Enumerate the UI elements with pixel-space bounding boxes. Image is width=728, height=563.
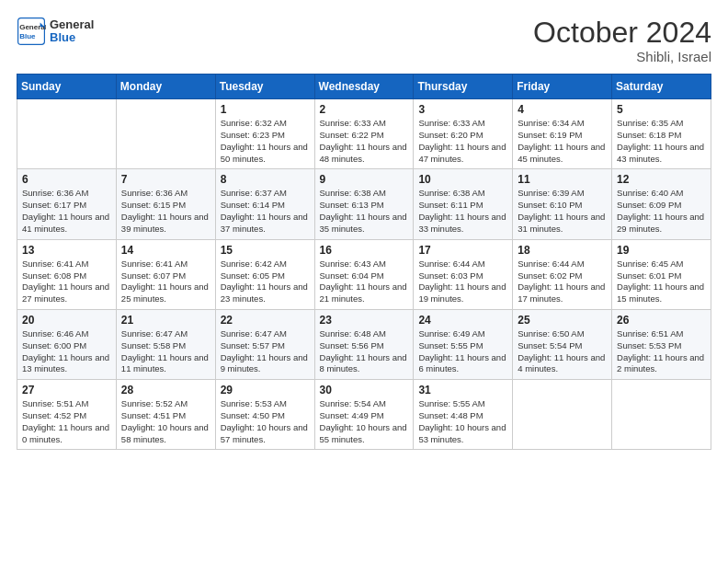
calendar-cell-w3-d4: 16Sunrise: 6:43 AM Sunset: 6:04 PM Dayli… [314, 239, 414, 309]
day-info-15: Sunrise: 6:42 AM Sunset: 6:05 PM Dayligh… [221, 259, 310, 305]
day-info-22: Sunrise: 6:47 AM Sunset: 5:57 PM Dayligh… [221, 328, 310, 375]
day-info-7: Sunrise: 6:36 AM Sunset: 6:15 PM Dayligh… [121, 188, 210, 235]
day-number-3: 3 [418, 103, 507, 116]
day-info-29: Sunrise: 5:53 AM Sunset: 4:50 PM Dayligh… [221, 398, 310, 445]
calendar-cell-w3-d3: 15Sunrise: 6:42 AM Sunset: 6:05 PM Dayli… [215, 239, 314, 309]
logo: General Blue General Blue [17, 17, 94, 46]
title-block: October 2024 Shibli, Israel [533, 17, 711, 64]
day-number-12: 12 [617, 173, 706, 186]
day-number-27: 27 [22, 384, 111, 396]
day-number-5: 5 [617, 103, 706, 116]
col-thursday: Thursday [414, 75, 513, 99]
day-number-13: 13 [22, 244, 111, 257]
calendar-cell-w4-d4: 23Sunrise: 6:48 AM Sunset: 5:56 PM Dayli… [314, 309, 414, 379]
day-info-17: Sunrise: 6:44 AM Sunset: 6:03 PM Dayligh… [418, 259, 507, 305]
day-info-16: Sunrise: 6:43 AM Sunset: 6:04 PM Dayligh… [320, 259, 409, 305]
calendar-cell-w2-d7: 12Sunrise: 6:40 AM Sunset: 6:09 PM Dayli… [612, 169, 711, 239]
day-info-2: Sunrise: 6:33 AM Sunset: 6:22 PM Dayligh… [320, 118, 409, 165]
calendar-cell-w1-d1 [17, 99, 117, 169]
col-friday: Friday [513, 75, 612, 99]
calendar-header-row: Sunday Monday Tuesday Wednesday Thursday… [17, 75, 711, 99]
calendar-cell-w2-d2: 7Sunrise: 6:36 AM Sunset: 6:15 PM Daylig… [116, 169, 215, 239]
day-info-18: Sunrise: 6:44 AM Sunset: 6:02 PM Dayligh… [518, 259, 607, 305]
day-number-1: 1 [221, 103, 310, 116]
day-number-31: 31 [418, 384, 507, 396]
day-number-24: 24 [418, 314, 507, 327]
day-info-31: Sunrise: 5:55 AM Sunset: 4:48 PM Dayligh… [418, 398, 507, 445]
col-saturday: Saturday [612, 75, 711, 99]
day-info-10: Sunrise: 6:38 AM Sunset: 6:11 PM Dayligh… [418, 188, 507, 235]
col-sunday: Sunday [17, 75, 117, 99]
day-info-26: Sunrise: 6:51 AM Sunset: 5:53 PM Dayligh… [617, 328, 706, 375]
day-number-14: 14 [121, 244, 210, 257]
calendar-cell-w3-d6: 18Sunrise: 6:44 AM Sunset: 6:02 PM Dayli… [513, 239, 612, 309]
calendar-cell-w2-d1: 6Sunrise: 6:36 AM Sunset: 6:17 PM Daylig… [17, 169, 117, 239]
day-number-29: 29 [221, 384, 310, 396]
day-number-7: 7 [121, 173, 210, 186]
day-info-9: Sunrise: 6:38 AM Sunset: 6:13 PM Dayligh… [320, 188, 409, 235]
day-number-26: 26 [617, 314, 706, 327]
calendar-cell-w2-d4: 9Sunrise: 6:38 AM Sunset: 6:13 PM Daylig… [314, 169, 414, 239]
day-info-6: Sunrise: 6:36 AM Sunset: 6:17 PM Dayligh… [22, 188, 111, 235]
calendar-cell-w3-d7: 19Sunrise: 6:45 AM Sunset: 6:01 PM Dayli… [612, 239, 711, 309]
calendar-cell-w2-d3: 8Sunrise: 6:37 AM Sunset: 6:14 PM Daylig… [215, 169, 314, 239]
header: General Blue General Blue October 2024 S… [17, 17, 711, 64]
day-number-6: 6 [22, 173, 111, 186]
day-number-22: 22 [221, 314, 310, 327]
logo-blue-text: Blue [50, 31, 94, 44]
calendar-cell-w2-d5: 10Sunrise: 6:38 AM Sunset: 6:11 PM Dayli… [414, 169, 513, 239]
day-info-23: Sunrise: 6:48 AM Sunset: 5:56 PM Dayligh… [320, 328, 409, 375]
day-info-28: Sunrise: 5:52 AM Sunset: 4:51 PM Dayligh… [121, 398, 210, 445]
day-info-12: Sunrise: 6:40 AM Sunset: 6:09 PM Dayligh… [617, 188, 706, 235]
calendar-cell-w5-d6 [513, 380, 612, 450]
day-number-8: 8 [221, 173, 310, 186]
calendar-cell-w4-d7: 26Sunrise: 6:51 AM Sunset: 5:53 PM Dayli… [612, 309, 711, 379]
day-info-1: Sunrise: 6:32 AM Sunset: 6:23 PM Dayligh… [221, 118, 310, 165]
day-number-4: 4 [518, 103, 607, 116]
calendar-cell-w4-d1: 20Sunrise: 6:46 AM Sunset: 6:00 PM Dayli… [17, 309, 117, 379]
calendar-cell-w1-d4: 2Sunrise: 6:33 AM Sunset: 6:22 PM Daylig… [314, 99, 414, 169]
calendar-cell-w4-d3: 22Sunrise: 6:47 AM Sunset: 5:57 PM Dayli… [215, 309, 314, 379]
calendar-cell-w3-d1: 13Sunrise: 6:41 AM Sunset: 6:08 PM Dayli… [17, 239, 117, 309]
day-info-25: Sunrise: 6:50 AM Sunset: 5:54 PM Dayligh… [518, 328, 607, 375]
calendar-week-5: 27Sunrise: 5:51 AM Sunset: 4:52 PM Dayli… [17, 380, 711, 450]
day-number-11: 11 [518, 173, 607, 186]
day-number-16: 16 [320, 244, 409, 257]
day-number-23: 23 [320, 314, 409, 327]
logo-icon: General Blue [17, 17, 46, 46]
svg-text:Blue: Blue [19, 32, 36, 40]
calendar-cell-w3-d2: 14Sunrise: 6:41 AM Sunset: 6:07 PM Dayli… [116, 239, 215, 309]
day-number-19: 19 [617, 244, 706, 257]
day-number-10: 10 [418, 173, 507, 186]
page: General Blue General Blue October 2024 S… [0, 0, 728, 563]
col-monday: Monday [116, 75, 215, 99]
calendar-cell-w1-d6: 4Sunrise: 6:34 AM Sunset: 6:19 PM Daylig… [513, 99, 612, 169]
day-info-5: Sunrise: 6:35 AM Sunset: 6:18 PM Dayligh… [617, 118, 706, 165]
calendar-week-2: 6Sunrise: 6:36 AM Sunset: 6:17 PM Daylig… [17, 169, 711, 239]
day-info-3: Sunrise: 6:33 AM Sunset: 6:20 PM Dayligh… [418, 118, 507, 165]
day-info-11: Sunrise: 6:39 AM Sunset: 6:10 PM Dayligh… [518, 188, 607, 235]
day-number-9: 9 [320, 173, 409, 186]
day-info-14: Sunrise: 6:41 AM Sunset: 6:07 PM Dayligh… [121, 259, 210, 305]
day-info-21: Sunrise: 6:47 AM Sunset: 5:58 PM Dayligh… [121, 328, 210, 375]
day-number-17: 17 [418, 244, 507, 257]
calendar-cell-w1-d7: 5Sunrise: 6:35 AM Sunset: 6:18 PM Daylig… [612, 99, 711, 169]
day-number-25: 25 [518, 314, 607, 327]
calendar-cell-w1-d3: 1Sunrise: 6:32 AM Sunset: 6:23 PM Daylig… [215, 99, 314, 169]
calendar-cell-w1-d2 [116, 99, 215, 169]
day-info-19: Sunrise: 6:45 AM Sunset: 6:01 PM Dayligh… [617, 259, 706, 305]
calendar-cell-w5-d4: 30Sunrise: 5:54 AM Sunset: 4:49 PM Dayli… [314, 380, 414, 450]
calendar-cell-w5-d2: 28Sunrise: 5:52 AM Sunset: 4:51 PM Dayli… [116, 380, 215, 450]
calendar-cell-w5-d7 [612, 380, 711, 450]
calendar-week-3: 13Sunrise: 6:41 AM Sunset: 6:08 PM Dayli… [17, 239, 711, 309]
day-number-28: 28 [121, 384, 210, 396]
day-info-20: Sunrise: 6:46 AM Sunset: 6:00 PM Dayligh… [22, 328, 111, 375]
day-info-4: Sunrise: 6:34 AM Sunset: 6:19 PM Dayligh… [518, 118, 607, 165]
day-number-20: 20 [22, 314, 111, 327]
calendar-cell-w4-d6: 25Sunrise: 6:50 AM Sunset: 5:54 PM Dayli… [513, 309, 612, 379]
day-number-2: 2 [320, 103, 409, 116]
logo-text: General Blue [50, 18, 94, 45]
calendar-cell-w5-d5: 31Sunrise: 5:55 AM Sunset: 4:48 PM Dayli… [414, 380, 513, 450]
month-title: October 2024 [533, 17, 711, 49]
calendar-cell-w5-d3: 29Sunrise: 5:53 AM Sunset: 4:50 PM Dayli… [215, 380, 314, 450]
